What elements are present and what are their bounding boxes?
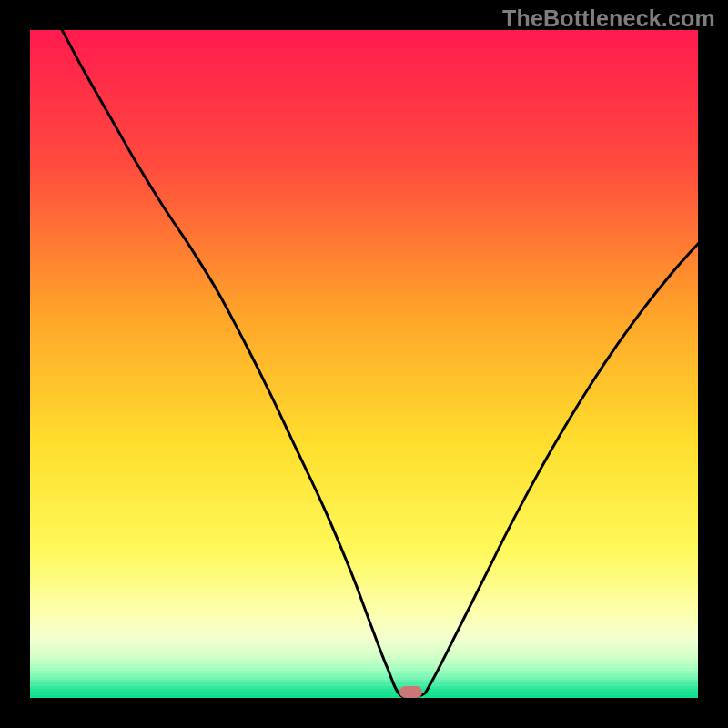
sweet-spot-marker bbox=[399, 686, 423, 698]
plot-area bbox=[30, 30, 698, 698]
chart-frame: TheBottleneck.com bbox=[0, 0, 728, 728]
watermark-text: TheBottleneck.com bbox=[502, 5, 715, 32]
background-gradient bbox=[30, 30, 698, 698]
